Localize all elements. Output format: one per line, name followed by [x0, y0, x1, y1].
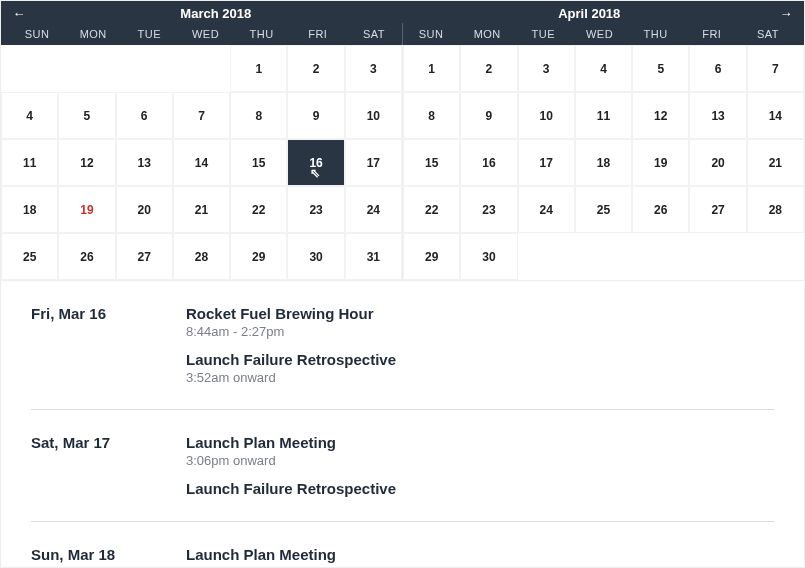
weekday-label: WED: [571, 28, 627, 40]
event-title: Launch Plan Meeting: [186, 546, 774, 563]
day-cell[interactable]: 11: [575, 92, 632, 139]
day-cell[interactable]: 10: [345, 92, 402, 139]
day-cell[interactable]: 24: [345, 186, 402, 233]
day-cell[interactable]: 28: [173, 233, 230, 280]
day-cell[interactable]: 22: [403, 186, 460, 233]
day-cell[interactable]: 14: [173, 139, 230, 186]
day-cell[interactable]: 9: [287, 92, 344, 139]
agenda-date-label: Sat, Mar 17: [31, 434, 186, 497]
day-cell[interactable]: 10: [518, 92, 575, 139]
day-cell[interactable]: 7: [173, 92, 230, 139]
day-cell[interactable]: 18: [575, 139, 632, 186]
day-cell[interactable]: 15: [403, 139, 460, 186]
day-cell[interactable]: 6: [116, 92, 173, 139]
day-blank: [1, 45, 58, 92]
weekday-label: TUE: [515, 28, 571, 40]
day-cell[interactable]: 24: [518, 186, 575, 233]
weekday-label: MON: [65, 28, 121, 40]
weekday-label: THU: [628, 28, 684, 40]
day-cell[interactable]: 29: [230, 233, 287, 280]
day-cell[interactable]: 23: [287, 186, 344, 233]
day-cell[interactable]: 27: [689, 186, 746, 233]
day-cell[interactable]: 16: [460, 139, 517, 186]
agenda-date-label: Sun, Mar 18: [31, 546, 186, 567]
day-cell[interactable]: 30: [287, 233, 344, 280]
agenda-day: Sun, Mar 18Launch Plan MeetingLaunch Fai…: [31, 546, 774, 567]
agenda-date-label: Fri, Mar 16: [31, 305, 186, 385]
day-cell[interactable]: 2: [287, 45, 344, 92]
prev-month-button[interactable]: ←: [9, 6, 29, 21]
agenda-day: Fri, Mar 16Rocket Fuel Brewing Hour8:44a…: [31, 305, 774, 410]
weekday-label: TUE: [121, 28, 177, 40]
weekday-label: SUN: [403, 28, 459, 40]
next-month-button[interactable]: →: [776, 6, 796, 21]
day-cell[interactable]: 25: [575, 186, 632, 233]
day-cell[interactable]: 4: [575, 45, 632, 92]
day-cell[interactable]: 13: [116, 139, 173, 186]
day-cell[interactable]: 14: [747, 92, 804, 139]
agenda-event[interactable]: Launch Failure Retrospective3:52am onwar…: [186, 351, 774, 385]
day-cell[interactable]: 26: [632, 186, 689, 233]
day-cell[interactable]: 6: [689, 45, 746, 92]
day-cell[interactable]: 8: [230, 92, 287, 139]
day-blank: [173, 45, 230, 92]
day-cell[interactable]: 17: [345, 139, 402, 186]
day-cell[interactable]: 1: [230, 45, 287, 92]
weekday-label: SAT: [740, 28, 796, 40]
event-time: 3:06pm onward: [186, 453, 774, 468]
day-cell[interactable]: 12: [58, 139, 115, 186]
day-cell[interactable]: 5: [58, 92, 115, 139]
day-cell[interactable]: 8: [403, 92, 460, 139]
day-cell[interactable]: 16⇖: [287, 139, 344, 186]
day-cell[interactable]: 28: [747, 186, 804, 233]
day-cell[interactable]: 22: [230, 186, 287, 233]
day-cell[interactable]: 25: [1, 233, 58, 280]
day-blank: [58, 45, 115, 92]
month-left-title: March 2018: [29, 6, 403, 21]
weekday-label: WED: [177, 28, 233, 40]
day-cell[interactable]: 4: [1, 92, 58, 139]
day-cell[interactable]: 30: [460, 233, 517, 280]
day-cell[interactable]: 26: [58, 233, 115, 280]
day-cell[interactable]: 3: [345, 45, 402, 92]
day-cell[interactable]: 20: [116, 186, 173, 233]
agenda-list: Fri, Mar 16Rocket Fuel Brewing Hour8:44a…: [1, 281, 804, 567]
day-cell[interactable]: 19: [58, 186, 115, 233]
event-title: Rocket Fuel Brewing Hour: [186, 305, 774, 322]
day-cell[interactable]: 2: [460, 45, 517, 92]
day-cell[interactable]: 21: [173, 186, 230, 233]
day-cell[interactable]: 23: [460, 186, 517, 233]
agenda-event[interactable]: Launch Plan Meeting: [186, 546, 774, 563]
agenda-events: Launch Plan Meeting3:06pm onwardLaunch F…: [186, 434, 774, 497]
day-cell[interactable]: 20: [689, 139, 746, 186]
day-cell[interactable]: 13: [689, 92, 746, 139]
agenda-event[interactable]: Rocket Fuel Brewing Hour8:44am - 2:27pm: [186, 305, 774, 339]
event-title: Launch Failure Retrospective: [186, 351, 774, 368]
agenda-event[interactable]: Launch Plan Meeting3:06pm onward: [186, 434, 774, 468]
day-cell[interactable]: 15: [230, 139, 287, 186]
day-cell[interactable]: 29: [403, 233, 460, 280]
weekday-label: SUN: [9, 28, 65, 40]
weekday-label: FRI: [290, 28, 346, 40]
day-cell[interactable]: 17: [518, 139, 575, 186]
weekday-label: SAT: [346, 28, 402, 40]
agenda-events: Rocket Fuel Brewing Hour8:44am - 2:27pmL…: [186, 305, 774, 385]
calendar-grid: 12345678910111213141516⇖1718192021222324…: [1, 45, 804, 281]
day-cell[interactable]: 1: [403, 45, 460, 92]
day-cell[interactable]: 18: [1, 186, 58, 233]
agenda-event[interactable]: Launch Failure Retrospective: [186, 480, 774, 497]
day-cell[interactable]: 21: [747, 139, 804, 186]
weekday-label: FRI: [684, 28, 740, 40]
cursor-icon: ⇖: [310, 166, 320, 180]
agenda-day: Sat, Mar 17Launch Plan Meeting3:06pm onw…: [31, 434, 774, 522]
day-cell[interactable]: 11: [1, 139, 58, 186]
day-cell[interactable]: 12: [632, 92, 689, 139]
weekday-label: MON: [459, 28, 515, 40]
day-cell[interactable]: 19: [632, 139, 689, 186]
day-cell[interactable]: 5: [632, 45, 689, 92]
day-cell[interactable]: 3: [518, 45, 575, 92]
day-cell[interactable]: 31: [345, 233, 402, 280]
day-cell[interactable]: 7: [747, 45, 804, 92]
day-cell[interactable]: 27: [116, 233, 173, 280]
day-cell[interactable]: 9: [460, 92, 517, 139]
